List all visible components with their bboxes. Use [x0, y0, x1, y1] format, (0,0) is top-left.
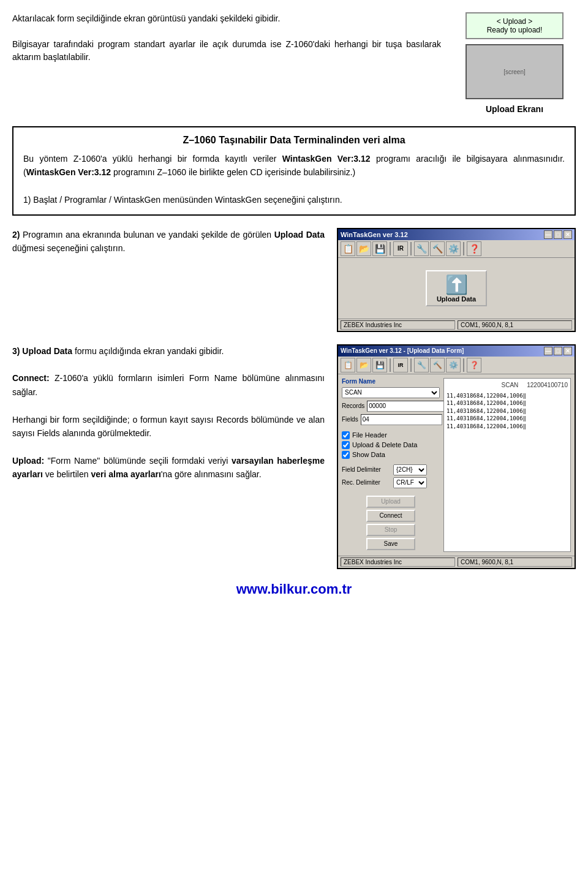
upload-toolbar-btn-1[interactable]: 📋 [341, 358, 355, 372]
top-para1: Aktarılacak form seçildiğinde ekran görü… [12, 12, 441, 25]
data-line-4: 11,40318684,122004,1006‖ [447, 415, 568, 423]
field-delim-select[interactable]: {2CH} [393, 464, 427, 475]
section-title: Z–1060 Taşınabilir Data Terminalinden ve… [23, 135, 565, 146]
data-lines: 11,40318684,122004,1006‖ 11,40318684,122… [447, 392, 568, 431]
upload-status-com: COM1, 9600,N, 8,1 [458, 557, 572, 567]
toolbar-sep-2 [410, 242, 412, 255]
toolbar-sep-1 [390, 242, 391, 255]
website-text: www.bilkur.com.tr [236, 581, 352, 597]
scan-id-value: 122004100710 [527, 382, 568, 388]
win-close-button[interactable]: ✕ [564, 230, 572, 239]
upload-label: Upload: [12, 456, 44, 466]
records-row: Records [342, 401, 440, 412]
upload-bold1: varsayılan haberleşme ayarları [12, 456, 325, 479]
upload-line2: Ready to upload! [474, 26, 555, 34]
rec-delim-select[interactable]: CR/LF [393, 477, 427, 488]
file-header-row: File Header [342, 431, 440, 439]
toolbar-btn-3[interactable]: 💾 [372, 241, 387, 256]
fields-row: Fields [342, 414, 440, 425]
upload-data-label: Upload Data [437, 295, 476, 303]
upload-line1: < Upload > [474, 17, 555, 26]
form-name-row: SCAN [342, 387, 440, 398]
upload-delete-row: Upload & Delete Data [342, 441, 440, 449]
records-input[interactable] [367, 401, 448, 412]
upload-status-company: ZEBEX Industries Inc [341, 557, 455, 567]
step2-num: 2) [12, 230, 20, 240]
form-left-panel: Form Name SCAN Records Fields [342, 378, 440, 552]
data-line-5: 11,40318684,122004,1006‖ [447, 423, 568, 431]
data-line-3: 11,40318684,122004,1006‖ [447, 407, 568, 415]
step1-text: 1) Başlat / Programlar / WintaskGen menü… [23, 193, 565, 206]
win-main-window: WinTaskGen ver 3.12 — □ ✕ 📋 📂 💾 IR 🔧 🔨 ⚙… [337, 228, 576, 332]
connect-label: Connect: [12, 373, 50, 383]
field-delim-row: Field Delimiter {2CH} [342, 464, 440, 475]
toolbar-btn-ir[interactable]: IR [393, 241, 408, 256]
status-com: COM1, 9600,N, 8,1 [458, 320, 572, 330]
step2-section: 2) Programın ana ekranında bulunan ve ya… [12, 228, 576, 332]
show-data-checkbox[interactable] [342, 451, 350, 459]
top-para2: Bilgisayar tarafındaki program standart … [12, 38, 441, 64]
upload-form-close-button[interactable]: ✕ [564, 347, 572, 355]
upload-data-button[interactable]: ⬆️ Upload Data [426, 270, 487, 306]
upload-toolbar-help[interactable]: ❓ [467, 358, 481, 372]
toolbar-btn-help[interactable]: ❓ [467, 241, 481, 256]
win-main-toolbar: 📋 📂 💾 IR 🔧 🔨 ⚙️ ❓ [338, 240, 575, 258]
upload-form-titlebar: WinTaskGen ver 3.12 - [Upload Data Form]… [338, 346, 575, 357]
step2-para: 2) Programın ana ekranında bulunan ve ya… [12, 228, 325, 255]
upload-form-min-button[interactable]: — [544, 347, 552, 355]
top-section: Aktarılacak form seçildiğinde ekran görü… [12, 12, 576, 114]
upload-bold2: veri alma ayarları [91, 469, 160, 479]
win-min-button[interactable]: — [544, 230, 552, 239]
upload-form-titlebar-buttons: — □ ✕ [544, 347, 572, 355]
website-link[interactable]: www.bilkur.com.tr [12, 581, 576, 597]
form-name-select[interactable]: SCAN [342, 387, 440, 398]
upload-toolbar-ir[interactable]: IR [393, 358, 408, 372]
file-header-checkbox[interactable] [342, 431, 350, 439]
form-name-label: Form Name [342, 378, 440, 385]
upload-form-title: WinTaskGen ver 3.12 - [Upload Data Form] [341, 347, 464, 354]
rec-delim-row: Rec. Delimiter CR/LF [342, 477, 440, 488]
upload-form-win: WinTaskGen ver 3.12 - [Upload Data Form]… [337, 344, 576, 569]
fields-input[interactable] [361, 414, 442, 425]
records-para: Herhangi bir form seçildiğinde; o formun… [12, 413, 325, 440]
upload-para: Upload: "Form Name" bölümünde seçili for… [12, 454, 325, 482]
win-main-titlebar-buttons: — □ ✕ [544, 230, 572, 239]
toolbar-btn-1[interactable]: 📋 [341, 241, 355, 256]
rec-delim-label: Rec. Delimiter [342, 479, 391, 486]
step3-num: 3) [12, 346, 20, 356]
step2-text: 2) Programın ana ekranında bulunan ve ya… [12, 228, 325, 332]
upload-data-highlight: Upload Data [274, 230, 325, 240]
show-data-row: Show Data [342, 451, 440, 459]
data-line-1: 11,40318684,122004,1006‖ [447, 392, 568, 400]
upload-toolbar-btn-4[interactable]: 🔧 [414, 358, 429, 372]
fields-label: Fields [342, 416, 358, 423]
win-main-content: ⬆️ Upload Data [338, 258, 575, 319]
upload-form-body: Form Name SCAN Records Fields [338, 374, 575, 556]
step3-section: 3) Upload Data formu açıldığında ekran y… [12, 344, 576, 569]
records-label: Records [342, 402, 364, 409]
upload-form-toolbar: 📋 📂 💾 IR 🔧 🔨 ⚙️ ❓ [338, 357, 575, 374]
win-max-button[interactable]: □ [554, 230, 562, 239]
toolbar-btn-6[interactable]: ⚙️ [446, 241, 461, 256]
upload-toolbar-sep-3 [463, 358, 464, 372]
wintaskgen-main-window: WinTaskGen ver 3.12 — □ ✕ 📋 📂 💾 IR 🔧 🔨 ⚙… [337, 228, 576, 332]
save-button[interactable]: Save [366, 538, 415, 550]
file-header-label: File Header [352, 431, 387, 439]
upload-toolbar-btn-5[interactable]: 🔨 [430, 358, 445, 372]
scan-label: SCAN [502, 382, 519, 388]
upload-toolbar-btn-3[interactable]: 💾 [372, 358, 387, 372]
upload-delete-checkbox[interactable] [342, 441, 350, 449]
upload-toolbar-btn-6[interactable]: ⚙️ [446, 358, 461, 372]
toolbar-btn-4[interactable]: 🔧 [414, 241, 429, 256]
upload-button[interactable]: Upload [366, 496, 415, 508]
stop-button[interactable]: Stop [366, 524, 415, 536]
connect-button[interactable]: Connect [366, 510, 415, 522]
toolbar-btn-5[interactable]: 🔨 [430, 241, 445, 256]
upload-toolbar-btn-2[interactable]: 📂 [356, 358, 371, 372]
win-upload-window: WinTaskGen ver 3.12 - [Upload Data Form]… [337, 344, 576, 569]
upload-form-max-button[interactable]: □ [554, 347, 562, 355]
form-right-data-panel: SCAN 122004100710 11,40318684,122004,100… [443, 378, 571, 552]
upload-toolbar-sep-1 [390, 358, 391, 372]
toolbar-btn-2[interactable]: 📂 [356, 241, 371, 256]
section-body-text: Bu yöntem Z-1060'a yüklü herhangi bir fo… [23, 152, 565, 180]
